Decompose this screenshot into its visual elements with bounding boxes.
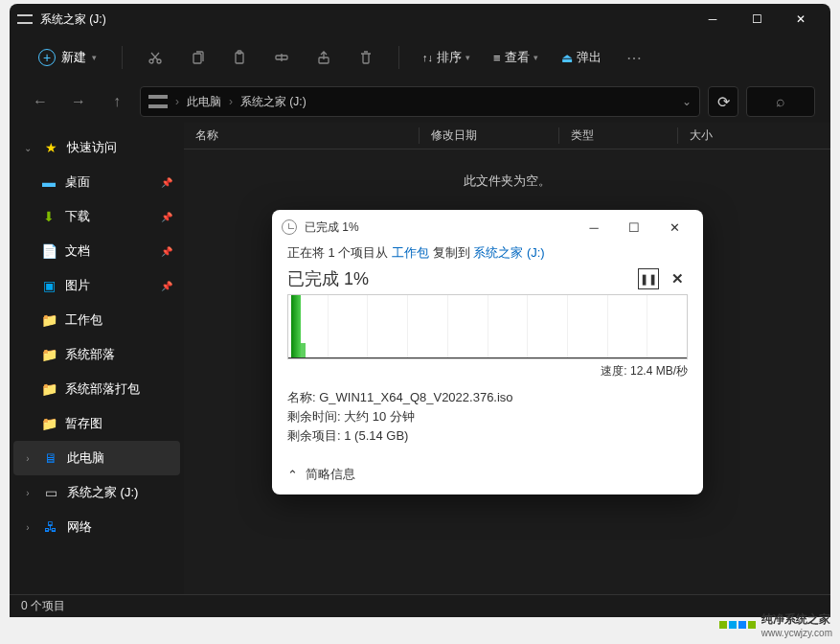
cut-button[interactable] xyxy=(138,40,172,75)
sidebar: ⌄ ★ 快速访问 ▬ 桌面 📌 ⬇ 下载 📌 📄 文档 📌 ▣ 图片 xyxy=(10,123,184,594)
search-input[interactable]: ⌕ xyxy=(746,86,815,117)
sidebar-quick-access[interactable]: ⌄ ★ 快速访问 xyxy=(13,130,180,165)
copy-button[interactable] xyxy=(180,40,215,75)
sidebar-sysdeploy-pack[interactable]: 📁 系统部落打包 xyxy=(13,372,180,406)
sidebar-work[interactable]: 📁 工作包 xyxy=(13,303,180,337)
share-button[interactable] xyxy=(306,40,341,75)
sidebar-desktop[interactable]: ▬ 桌面 📌 xyxy=(13,165,180,199)
view-button[interactable]: ≡ 查看 ▾ xyxy=(486,43,546,72)
toggle-details[interactable]: ⌃ 简略信息 xyxy=(272,454,703,494)
sidebar-pictures[interactable]: ▣ 图片 📌 xyxy=(13,268,180,303)
delete-button[interactable] xyxy=(349,40,383,75)
titlebar[interactable]: 系统之家 (J:) ─ ☐ ✕ xyxy=(10,4,830,34)
pin-icon: 📌 xyxy=(161,177,172,188)
pin-icon: 📌 xyxy=(161,246,172,257)
window-title: 系统之家 (J:) xyxy=(40,12,106,28)
up-button[interactable]: ↑ xyxy=(102,86,132,117)
pin-icon: 📌 xyxy=(161,212,172,222)
dialog-titlebar[interactable]: 已完成 1% ─ ☐ ✕ xyxy=(272,210,703,244)
copy-description: 正在将 1 个项目从 工作包 复制到 系统之家 (J:) xyxy=(287,244,688,262)
sidebar-temp-img[interactable]: 📁 暂存图 xyxy=(13,406,180,441)
breadcrumb[interactable]: › 此电脑 › 系统之家 (J:) ⌄ xyxy=(140,86,700,117)
paste-button[interactable] xyxy=(222,40,257,75)
sidebar-downloads[interactable]: ⬇ 下载 📌 xyxy=(13,199,180,234)
copy-dest-link[interactable]: 系统之家 (J:) xyxy=(473,245,544,260)
dialog-minimize[interactable]: ─ xyxy=(575,214,613,241)
pc-icon: 🖥 xyxy=(42,449,59,467)
new-button[interactable]: + 新建 ▾ xyxy=(29,43,106,72)
item-count: 0 个项目 xyxy=(21,598,65,614)
sidebar-documents[interactable]: 📄 文档 📌 xyxy=(13,234,180,268)
pause-button[interactable]: ❚❚ xyxy=(638,268,659,289)
pin-icon: 📌 xyxy=(161,281,172,291)
back-button[interactable]: ← xyxy=(25,86,56,117)
drive-icon: ▭ xyxy=(42,484,59,501)
sidebar-network[interactable]: › 🖧 网络 xyxy=(13,510,180,544)
refresh-button[interactable]: ⟳ xyxy=(708,86,738,117)
folder-icon: 📁 xyxy=(40,311,57,329)
download-icon: ⬇ xyxy=(40,208,57,225)
more-button[interactable]: ⋯ xyxy=(617,40,651,75)
document-icon: 📄 xyxy=(40,242,57,260)
folder-icon: 📁 xyxy=(40,346,57,363)
chevron-down-icon[interactable]: ⌄ xyxy=(682,95,692,108)
sidebar-sysdeploy[interactable]: 📁 系统部落 xyxy=(13,337,180,372)
folder-icon: 📁 xyxy=(40,380,57,398)
header-type[interactable]: 类型 xyxy=(559,127,678,144)
svg-rect-2 xyxy=(193,54,201,63)
speed-label: 速度: 12.4 MB/秒 xyxy=(287,363,688,380)
plus-icon: + xyxy=(38,49,56,66)
copy-progress-dialog: 已完成 1% ─ ☐ ✕ 正在将 1 个项目从 工作包 复制到 系统之家 (J:… xyxy=(272,210,703,494)
star-icon: ★ xyxy=(42,139,59,156)
maximize-button[interactable]: ☐ xyxy=(735,4,779,34)
navbar: ← → ↑ › 此电脑 › 系统之家 (J:) ⌄ ⟳ ⌕ xyxy=(10,80,830,123)
close-button[interactable]: ✕ xyxy=(779,4,823,34)
dialog-title: 已完成 1% xyxy=(305,219,359,236)
progress-text: 已完成 1% xyxy=(287,267,369,290)
folder-icon: 📁 xyxy=(40,415,57,432)
desktop-icon: ▬ xyxy=(40,173,57,191)
time-remaining: 剩余时间: 大约 10 分钟 xyxy=(287,408,688,426)
network-icon: 🖧 xyxy=(42,518,59,536)
eject-button[interactable]: ⏏ 弹出 xyxy=(554,43,609,72)
drive-icon xyxy=(148,95,168,108)
sidebar-drive[interactable]: › ▭ 系统之家 (J:) xyxy=(13,475,180,510)
empty-message: 此文件夹为空。 xyxy=(184,150,830,213)
header-modified[interactable]: 修改日期 xyxy=(420,127,559,144)
dialog-maximize[interactable]: ☐ xyxy=(615,214,653,241)
file-name: 名称: G_WIN11_X64_Q8_V2022.376.iso xyxy=(287,389,688,406)
column-headers: 名称 修改日期 类型 大小 xyxy=(184,123,830,150)
sort-button[interactable]: ↑↓ 排序 ▾ xyxy=(415,43,478,72)
copy-source-link[interactable]: 工作包 xyxy=(392,245,429,260)
sidebar-this-pc[interactable]: › 🖥 此电脑 xyxy=(13,441,180,475)
chevron-up-icon: ⌃ xyxy=(287,468,298,482)
svg-rect-3 xyxy=(236,53,243,63)
minimize-button[interactable]: ─ xyxy=(691,4,735,34)
forward-button[interactable]: → xyxy=(63,86,94,117)
header-name[interactable]: 名称 xyxy=(184,127,420,144)
items-remaining: 剩余项目: 1 (5.14 GB) xyxy=(287,427,688,445)
statusbar: 0 个项目 xyxy=(10,594,830,617)
breadcrumb-current[interactable]: 系统之家 (J:) xyxy=(240,94,306,110)
pictures-icon: ▣ xyxy=(40,277,57,294)
drive-icon xyxy=(17,14,33,24)
speed-graph xyxy=(287,294,688,359)
clock-icon xyxy=(282,219,297,235)
rename-button[interactable] xyxy=(264,40,299,75)
dialog-close[interactable]: ✕ xyxy=(655,214,693,241)
watermark: 纯净系统之家 www.ycwjzy.com xyxy=(719,611,832,638)
header-size[interactable]: 大小 xyxy=(678,127,830,144)
breadcrumb-root[interactable]: 此电脑 xyxy=(187,94,221,110)
toolbar: + 新建 ▾ ↑↓ 排序 ▾ ≡ 查看 ▾ ⏏ 弹出 ⋯ xyxy=(10,34,830,80)
cancel-button[interactable]: ✕ xyxy=(667,268,688,289)
logo-icon xyxy=(719,621,756,629)
